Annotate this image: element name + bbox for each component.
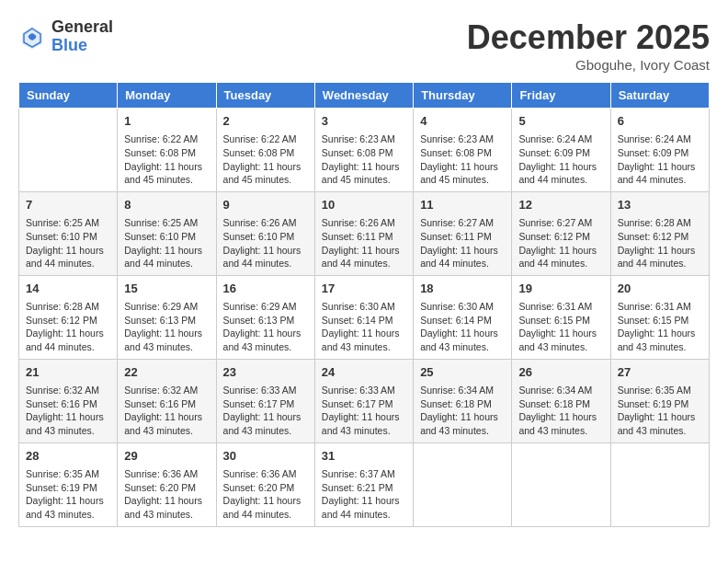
day-info: Sunrise: 6:36 AM Sunset: 6:20 PM Dayligh… bbox=[223, 467, 308, 522]
day-info: Sunrise: 6:32 AM Sunset: 6:16 PM Dayligh… bbox=[26, 384, 110, 438]
calendar-cell: 7Sunrise: 6:25 AM Sunset: 6:10 PM Daylig… bbox=[19, 191, 118, 275]
calendar-cell: 18Sunrise: 6:30 AM Sunset: 6:14 PM Dayli… bbox=[414, 275, 512, 359]
day-info: Sunrise: 6:26 AM Sunset: 6:10 PM Dayligh… bbox=[223, 216, 308, 270]
calendar-cell: 29Sunrise: 6:36 AM Sunset: 6:20 PM Dayli… bbox=[118, 442, 216, 526]
day-number: 13 bbox=[618, 197, 702, 213]
day-info: Sunrise: 6:32 AM Sunset: 6:16 PM Dayligh… bbox=[124, 384, 209, 438]
calendar-cell: 14Sunrise: 6:28 AM Sunset: 6:12 PM Dayli… bbox=[19, 275, 118, 359]
day-number: 16 bbox=[223, 281, 308, 297]
day-info: Sunrise: 6:29 AM Sunset: 6:13 PM Dayligh… bbox=[124, 300, 209, 354]
calendar-week-row: 1Sunrise: 6:22 AM Sunset: 6:08 PM Daylig… bbox=[19, 109, 710, 192]
day-info: Sunrise: 6:22 AM Sunset: 6:08 PM Dayligh… bbox=[223, 132, 308, 187]
day-number: 25 bbox=[420, 364, 505, 381]
calendar-cell: 6Sunrise: 6:24 AM Sunset: 6:09 PM Daylig… bbox=[610, 109, 709, 192]
weekday-header: Tuesday bbox=[216, 83, 314, 109]
calendar-week-row: 21Sunrise: 6:32 AM Sunset: 6:16 PM Dayli… bbox=[19, 359, 710, 442]
day-info: Sunrise: 6:34 AM Sunset: 6:18 PM Dayligh… bbox=[420, 384, 505, 438]
day-info: Sunrise: 6:28 AM Sunset: 6:12 PM Dayligh… bbox=[618, 216, 702, 270]
day-info: Sunrise: 6:24 AM Sunset: 6:09 PM Dayligh… bbox=[618, 132, 702, 187]
day-number: 5 bbox=[518, 113, 603, 130]
day-info: Sunrise: 6:30 AM Sunset: 6:14 PM Dayligh… bbox=[322, 300, 406, 354]
calendar-cell: 17Sunrise: 6:30 AM Sunset: 6:14 PM Dayli… bbox=[314, 275, 413, 359]
calendar-cell: 21Sunrise: 6:32 AM Sunset: 6:16 PM Dayli… bbox=[19, 359, 118, 442]
day-number: 31 bbox=[322, 448, 406, 465]
logo-general: General bbox=[51, 18, 113, 37]
day-info: Sunrise: 6:29 AM Sunset: 6:13 PM Dayligh… bbox=[223, 300, 308, 354]
day-number: 21 bbox=[26, 364, 110, 381]
day-info: Sunrise: 6:31 AM Sunset: 6:15 PM Dayligh… bbox=[618, 300, 702, 354]
day-number: 15 bbox=[124, 281, 209, 297]
day-number: 14 bbox=[26, 281, 110, 297]
calendar-cell bbox=[610, 442, 709, 526]
day-number: 11 bbox=[420, 197, 505, 213]
calendar-cell: 13Sunrise: 6:28 AM Sunset: 6:12 PM Dayli… bbox=[610, 191, 709, 275]
logo: General Blue bbox=[18, 18, 113, 55]
day-number: 17 bbox=[322, 281, 406, 297]
day-info: Sunrise: 6:27 AM Sunset: 6:11 PM Dayligh… bbox=[420, 216, 505, 270]
day-number: 10 bbox=[322, 197, 406, 213]
day-number: 19 bbox=[518, 281, 603, 297]
calendar-week-row: 7Sunrise: 6:25 AM Sunset: 6:10 PM Daylig… bbox=[19, 191, 710, 275]
day-number: 1 bbox=[124, 113, 209, 130]
day-number: 27 bbox=[618, 364, 702, 381]
day-number: 20 bbox=[618, 281, 702, 297]
weekday-header-row: SundayMondayTuesdayWednesdayThursdayFrid… bbox=[19, 83, 710, 109]
calendar-week-row: 14Sunrise: 6:28 AM Sunset: 6:12 PM Dayli… bbox=[19, 275, 710, 359]
calendar-cell: 26Sunrise: 6:34 AM Sunset: 6:18 PM Dayli… bbox=[512, 359, 610, 442]
weekday-header: Saturday bbox=[610, 83, 709, 109]
calendar-table: SundayMondayTuesdayWednesdayThursdayFrid… bbox=[18, 82, 710, 527]
day-number: 24 bbox=[322, 364, 406, 381]
day-number: 28 bbox=[26, 448, 110, 465]
day-number: 26 bbox=[518, 364, 603, 381]
day-number: 8 bbox=[124, 197, 209, 213]
weekday-header: Thursday bbox=[414, 83, 512, 109]
day-info: Sunrise: 6:28 AM Sunset: 6:12 PM Dayligh… bbox=[26, 300, 110, 354]
calendar-cell: 3Sunrise: 6:23 AM Sunset: 6:08 PM Daylig… bbox=[314, 109, 413, 192]
calendar-cell: 9Sunrise: 6:26 AM Sunset: 6:10 PM Daylig… bbox=[216, 191, 314, 275]
day-number: 23 bbox=[223, 364, 308, 381]
day-info: Sunrise: 6:25 AM Sunset: 6:10 PM Dayligh… bbox=[26, 216, 110, 270]
day-info: Sunrise: 6:33 AM Sunset: 6:17 PM Dayligh… bbox=[223, 384, 308, 438]
calendar-cell: 28Sunrise: 6:35 AM Sunset: 6:19 PM Dayli… bbox=[19, 442, 118, 526]
day-info: Sunrise: 6:33 AM Sunset: 6:17 PM Dayligh… bbox=[322, 384, 406, 438]
calendar-cell: 5Sunrise: 6:24 AM Sunset: 6:09 PM Daylig… bbox=[512, 109, 610, 192]
weekday-header: Friday bbox=[512, 83, 610, 109]
calendar-cell: 10Sunrise: 6:26 AM Sunset: 6:11 PM Dayli… bbox=[314, 191, 413, 275]
weekday-header: Sunday bbox=[19, 83, 118, 109]
calendar-week-row: 28Sunrise: 6:35 AM Sunset: 6:19 PM Dayli… bbox=[19, 442, 710, 526]
location: Gboguhe, Ivory Coast bbox=[467, 57, 710, 73]
day-info: Sunrise: 6:22 AM Sunset: 6:08 PM Dayligh… bbox=[124, 132, 209, 187]
calendar-cell bbox=[512, 442, 610, 526]
logo-text: General Blue bbox=[51, 18, 113, 55]
calendar-cell: 2Sunrise: 6:22 AM Sunset: 6:08 PM Daylig… bbox=[216, 109, 314, 192]
calendar-cell: 12Sunrise: 6:27 AM Sunset: 6:12 PM Dayli… bbox=[512, 191, 610, 275]
calendar-cell: 31Sunrise: 6:37 AM Sunset: 6:21 PM Dayli… bbox=[314, 442, 413, 526]
logo-icon bbox=[18, 23, 46, 51]
title-block: December 2025 Gboguhe, Ivory Coast bbox=[467, 18, 710, 73]
day-number: 4 bbox=[420, 113, 505, 130]
day-number: 30 bbox=[223, 448, 308, 465]
day-number: 22 bbox=[124, 364, 209, 381]
day-number: 12 bbox=[518, 197, 603, 213]
logo-blue: Blue bbox=[51, 37, 113, 55]
calendar-cell: 23Sunrise: 6:33 AM Sunset: 6:17 PM Dayli… bbox=[216, 359, 314, 442]
day-info: Sunrise: 6:27 AM Sunset: 6:12 PM Dayligh… bbox=[518, 216, 603, 270]
calendar-cell bbox=[414, 442, 512, 526]
day-number: 7 bbox=[26, 197, 110, 213]
day-number: 18 bbox=[420, 281, 505, 297]
day-number: 6 bbox=[618, 113, 702, 130]
calendar-cell: 25Sunrise: 6:34 AM Sunset: 6:18 PM Dayli… bbox=[414, 359, 512, 442]
day-info: Sunrise: 6:37 AM Sunset: 6:21 PM Dayligh… bbox=[322, 467, 406, 522]
day-info: Sunrise: 6:36 AM Sunset: 6:20 PM Dayligh… bbox=[124, 467, 209, 522]
page-header: General Blue December 2025 Gboguhe, Ivor… bbox=[18, 18, 710, 73]
day-info: Sunrise: 6:30 AM Sunset: 6:14 PM Dayligh… bbox=[420, 300, 505, 354]
weekday-header: Wednesday bbox=[314, 83, 413, 109]
calendar-cell: 16Sunrise: 6:29 AM Sunset: 6:13 PM Dayli… bbox=[216, 275, 314, 359]
day-info: Sunrise: 6:34 AM Sunset: 6:18 PM Dayligh… bbox=[518, 384, 603, 438]
calendar-cell: 27Sunrise: 6:35 AM Sunset: 6:19 PM Dayli… bbox=[610, 359, 709, 442]
calendar-cell: 30Sunrise: 6:36 AM Sunset: 6:20 PM Dayli… bbox=[216, 442, 314, 526]
calendar-cell: 19Sunrise: 6:31 AM Sunset: 6:15 PM Dayli… bbox=[512, 275, 610, 359]
calendar-cell: 11Sunrise: 6:27 AM Sunset: 6:11 PM Dayli… bbox=[414, 191, 512, 275]
calendar-cell: 8Sunrise: 6:25 AM Sunset: 6:10 PM Daylig… bbox=[118, 191, 216, 275]
day-info: Sunrise: 6:24 AM Sunset: 6:09 PM Dayligh… bbox=[518, 132, 603, 187]
